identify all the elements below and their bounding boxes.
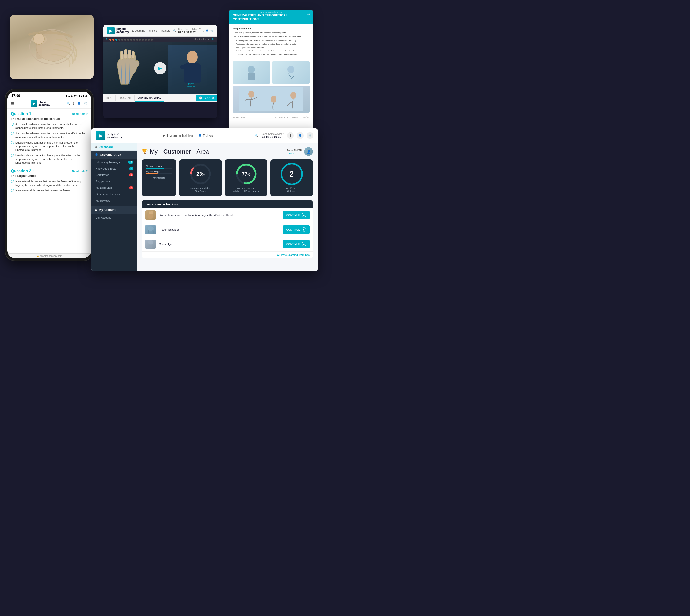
phone-option-1[interactable]: Are muscles whose contraction has a harm… [11, 123, 88, 130]
continue-btn-cervical[interactable]: CONTINUE ▶ [283, 240, 309, 248]
prog-dot-6[interactable] [124, 39, 126, 41]
dashboard-advice-label: Need Some Advice? [261, 133, 284, 135]
customer-area-title: 🏆 My Customer Area [142, 148, 209, 155]
phone-search-icon[interactable]: 🔍 [67, 102, 71, 106]
svg-rect-12 [132, 51, 134, 59]
pdf-bullet-4: Anterior part: 90° abduction + external … [236, 49, 309, 52]
sidebar-item-certificates[interactable]: Certificates 0 [91, 172, 137, 178]
continue-btn-wrist[interactable]: CONTINUE ▶ [283, 211, 309, 219]
question1-help[interactable]: Need Help ? [72, 112, 88, 115]
interests-footer: My Interests [146, 177, 172, 179]
phone-option-2[interactable]: Are muscles whose contraction has a prot… [11, 132, 88, 139]
anatomy-card [10, 15, 94, 79]
svg-text:académie: académie [187, 85, 195, 87]
phone-option-3[interactable]: Muscles whose contraction has a harmful … [11, 141, 88, 152]
sidebar-item-knowledge-tests[interactable]: Knowledge Tests 0 [91, 165, 137, 172]
prog-dot-9[interactable] [133, 39, 135, 41]
sidebar-item-discounts[interactable]: My Discounts 0 [91, 184, 137, 191]
video-advice: Need Some Advice? [178, 28, 200, 30]
video-thumbnail[interactable]: physio académie ▶ [104, 42, 217, 94]
svg-point-27 [148, 240, 153, 245]
pdf-document: www.physioacademy.com 13 GENERALITIES AN… [229, 10, 313, 133]
pdf-image-1 [233, 61, 270, 84]
phone-url-bar: 🔒 physioacademy.com [7, 253, 91, 258]
dashboard-info-btn[interactable]: ℹ [287, 132, 294, 139]
prior-circle-value: 77% [242, 171, 250, 177]
prog-dot-8[interactable] [130, 39, 132, 41]
dashboard-advice-block: Need Some Advice? 04 11 88 00 20 [261, 133, 284, 139]
phone-info-icon[interactable]: ℹ [73, 102, 74, 106]
svg-rect-28 [149, 244, 152, 248]
training-row-wrist: Biomechanics and Functional Anatomy of t… [142, 208, 313, 222]
info-icon[interactable]: ℹ [202, 29, 203, 32]
tab-info[interactable]: INFO [104, 95, 115, 101]
cart-icon[interactable]: 🛒 [211, 29, 213, 32]
radio-1[interactable] [11, 123, 14, 126]
sidebar-edit-account[interactable]: Edit Account [91, 214, 137, 221]
svg-point-19 [290, 92, 296, 99]
radio-q2-2[interactable] [11, 189, 14, 192]
phone-option-4[interactable]: Muscles whose contraction has a protecti… [11, 154, 88, 164]
pdf-image-full [233, 86, 309, 113]
all-trainings-link[interactable]: All my e-Learning Trainings [142, 251, 313, 258]
option2-text: Are muscles whose contraction has a prot… [15, 132, 88, 139]
pdf-url: www.physioacademy.com [260, 11, 282, 13]
video-nav-trainers[interactable]: Trainers [160, 29, 170, 32]
pdf-title: GENERALITIES AND THEORETICAL CONTRIBUTIO… [233, 13, 309, 22]
radio-2[interactable] [11, 132, 14, 135]
prog-dot-7[interactable] [127, 39, 129, 41]
continue-play-icon-2: ▶ [302, 227, 306, 232]
cert-badge: 0 [129, 174, 133, 176]
prog-dot-10[interactable] [136, 39, 138, 41]
dashboard-cart-btn[interactable]: 🛒 [306, 132, 314, 139]
q2-option1-text: Is an extensible groove that houses the … [15, 180, 88, 187]
hamburger-icon[interactable]: ☰ [11, 101, 14, 106]
phone-option-q2-2[interactable]: Is an inextensible groove that houses th… [11, 189, 88, 193]
phone-user-icon[interactable]: 👤 [77, 102, 81, 106]
sidebar-item-suggestions[interactable]: Suggestions [91, 178, 137, 184]
question2-help[interactable]: Need Help ? [72, 170, 88, 173]
prog-dot-3[interactable] [115, 39, 117, 41]
prog-dot-14[interactable] [148, 39, 150, 41]
stat-prior-learning: 77% Average Score onValidation of Prior … [225, 159, 267, 196]
user-icon[interactable]: 👤 [206, 29, 209, 32]
phone-cart-icon[interactable]: 🛒 [84, 102, 88, 106]
radio-3[interactable] [11, 141, 14, 144]
logout-link[interactable]: Log Out [286, 152, 302, 154]
prog-dot-11[interactable] [139, 39, 141, 41]
prog-dot-12[interactable] [142, 39, 144, 41]
prog-dot-1[interactable] [109, 39, 111, 41]
video-nav-elearning[interactable]: E-Learning Trainings [132, 29, 157, 32]
prog-dot-5[interactable] [121, 39, 123, 41]
radio-4[interactable] [11, 154, 14, 157]
sidebar-item-elearning[interactable]: E-learning Trainings 10 [91, 159, 137, 165]
sidebar-item-reviews[interactable]: My Reviews [91, 197, 137, 204]
training-title-cervical: Cervicalgia [159, 243, 280, 246]
prog-dot-2[interactable] [112, 39, 114, 41]
continue-btn-shoulder[interactable]: CONTINUE ▶ [283, 225, 309, 234]
tab-program[interactable]: PROGRAM [115, 95, 134, 101]
dashboard-search-icon[interactable]: 🔍 [254, 134, 259, 137]
video-header: ▶ physio academy E-Learning Trainings Tr… [104, 25, 217, 37]
phone-option-q2-1[interactable]: Is an extensible groove that houses the … [11, 180, 88, 187]
radio-q2-1[interactable] [11, 180, 14, 183]
prog-dot-13[interactable] [145, 39, 147, 41]
prog-dot-15[interactable] [151, 39, 153, 41]
tab-course-material[interactable]: COURSE MATERIAL [134, 94, 164, 102]
play-button[interactable]: ▶ [154, 62, 166, 74]
interest-item-1: Physical training [146, 165, 172, 169]
search-icon[interactable]: 🔍 [173, 29, 176, 32]
continue-play-icon-1: ▶ [302, 213, 306, 217]
dashboard-main: 🏆 My Customer Area John SMITH Log Out 👤 [137, 143, 318, 271]
dashboard-user-btn[interactable]: 👤 [297, 132, 304, 139]
pdf-images-grid [229, 59, 313, 115]
pdf-footer-logo: physio academy [233, 116, 245, 118]
phone-logo-text: physio academy [39, 101, 50, 106]
prog-dot-4[interactable] [118, 39, 120, 41]
phone-header: ☰ ▶ physio academy 🔍 ℹ 👤 🛒 [7, 98, 91, 109]
nav-trainers[interactable]: 👤 Trainers [198, 134, 214, 137]
nav-elearning[interactable]: ▶ E-Learning Trainings [163, 134, 194, 137]
training-thumb-wrist [145, 211, 156, 220]
sidebar-item-orders[interactable]: Orders and Invoices [91, 191, 137, 197]
stats-row: Physical training Physiotherapy My Inter… [142, 159, 313, 196]
